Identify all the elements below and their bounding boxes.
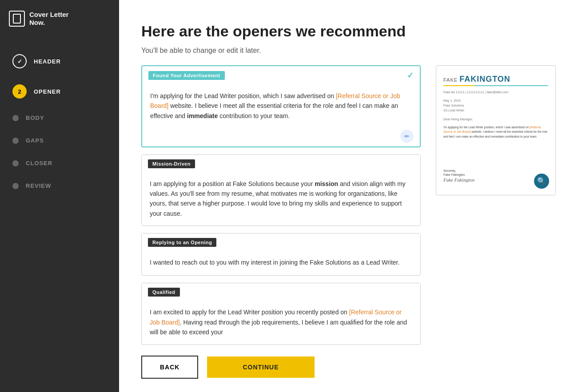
- edit-button[interactable]: ✏: [400, 130, 414, 143]
- back-button[interactable]: BACK: [141, 356, 198, 379]
- sidebar-item-label: CLOSER: [26, 160, 52, 166]
- card-mission-driven[interactable]: Mission-Driven I am applying for a posit…: [141, 154, 421, 226]
- sidebar-item-opener[interactable]: 2 OPENER: [0, 76, 119, 107]
- sidebar-item-header[interactable]: ✓ HEADER: [0, 46, 119, 76]
- preview-date: May 1, 2024 Fake Solutions SS Lead Write…: [443, 98, 548, 113]
- sidebar-item-label: GAPS: [26, 137, 44, 144]
- preview-sincerely: Sincerely,: [443, 169, 548, 172]
- zoom-button[interactable]: 🔍: [534, 174, 549, 189]
- preview-name: FAKINGTON: [459, 75, 510, 83]
- card-qualified[interactable]: Qualified I am excited to apply for the …: [141, 283, 421, 345]
- card-header: Replying to an Opening: [142, 234, 420, 251]
- card-replying-opening[interactable]: Replying to an Opening I wanted to reach…: [141, 233, 421, 276]
- preview-fake-label: FAKE: [443, 77, 459, 83]
- preview-body: I'm applying for the Lead Writer positio…: [443, 125, 548, 139]
- card-body: I'm applying for the Lead Writer positio…: [142, 85, 420, 130]
- logo-text: Cover Letter Now.: [29, 11, 68, 27]
- content-area: Found Your Advertisement ✓ I'm applying …: [141, 65, 423, 379]
- sidebar-item-closer[interactable]: CLOSER: [0, 152, 119, 174]
- card-tag: Replying to an Opening: [148, 238, 216, 247]
- card-body: I am excited to apply for the Lead Write…: [142, 301, 420, 345]
- nav-items: ✓ HEADER 2 OPENER BODY GAPS CLOSER REVIE…: [0, 37, 119, 206]
- opener-step-circle: 2: [12, 84, 27, 99]
- body-step-circle: [12, 115, 19, 121]
- cards-scroll[interactable]: Found Your Advertisement ✓ I'm applying …: [141, 65, 423, 345]
- page-title: Here are the openers we recommend: [141, 22, 556, 40]
- sidebar-item-label: REVIEW: [26, 182, 51, 189]
- sidebar: Cover Letter Now. ✓ HEADER 2 OPENER BODY…: [0, 0, 119, 392]
- preview-spacer: [443, 143, 548, 169]
- card-header: Mission-Driven: [142, 155, 420, 173]
- card-tag: Found Your Advertisement: [148, 71, 225, 80]
- check-icon: ✓: [407, 71, 414, 80]
- main-inner: Found Your Advertisement ✓ I'm applying …: [141, 65, 556, 379]
- footer-buttons: BACK CONTINUE: [141, 345, 423, 379]
- header-step-circle: ✓: [12, 54, 27, 68]
- continue-button[interactable]: CONTINUE: [207, 356, 314, 378]
- preview-panel: FAKE FAKINGTON Fake Ad 11111 | 111111111…: [436, 65, 556, 195]
- logo: Cover Letter Now.: [0, 0, 119, 37]
- sidebar-item-label: BODY: [26, 115, 44, 121]
- sidebar-item-review[interactable]: REVIEW: [0, 174, 119, 197]
- preview-sig-name: Fake Fakington: [443, 173, 548, 176]
- card-tag: Mission-Driven: [148, 159, 195, 168]
- sidebar-item-label: HEADER: [34, 58, 61, 65]
- card-found-advertisement[interactable]: Found Your Advertisement ✓ I'm applying …: [141, 65, 421, 147]
- card-tag: Qualified: [148, 288, 180, 297]
- sidebar-item-label: OPENER: [34, 88, 61, 95]
- main-content: Here are the openers we recommend You'll…: [119, 0, 578, 392]
- preview-meta: Fake Ad 11111 | 1111111111 | fake@fake.c…: [443, 90, 548, 95]
- preview-greeting: Dear Hiring Manager,: [443, 117, 548, 122]
- preview-sig-cursive: Fake Fakington: [443, 177, 548, 182]
- logo-icon: [9, 11, 25, 27]
- zoom-icon: 🔍: [537, 177, 546, 185]
- card-header: Found Your Advertisement ✓: [142, 66, 420, 85]
- review-step-circle: [12, 183, 19, 189]
- sidebar-item-gaps[interactable]: GAPS: [0, 129, 119, 152]
- preview-divider: [443, 85, 548, 86]
- closer-step-circle: [12, 160, 19, 166]
- card-body: I wanted to reach out to you with my int…: [142, 251, 420, 276]
- gaps-step-circle: [12, 138, 19, 144]
- card-body: I am applying for a position at Fake Sol…: [142, 173, 420, 226]
- sidebar-item-body[interactable]: BODY: [0, 107, 119, 129]
- page-subtitle: You'll be able to change or edit it late…: [141, 47, 556, 55]
- card-header: Qualified: [142, 283, 420, 301]
